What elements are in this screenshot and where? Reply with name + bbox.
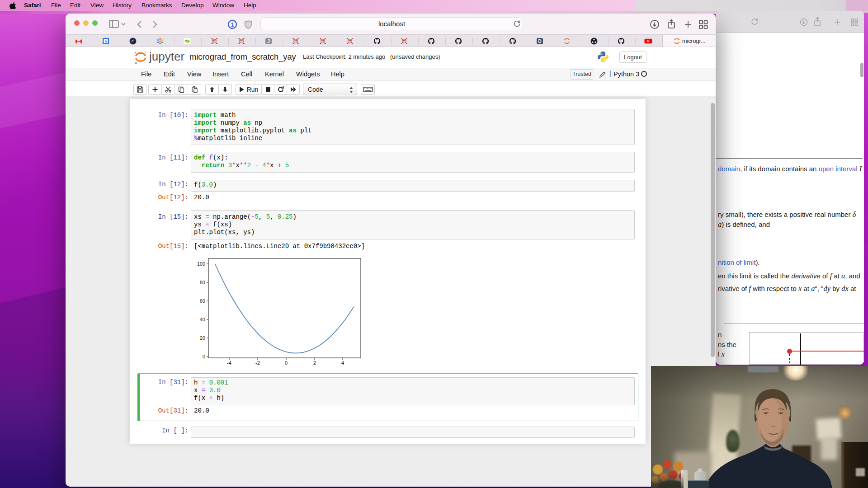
svg-text:40: 40 (200, 317, 205, 322)
svg-text:-2: -2 (255, 360, 260, 366)
svg-text:J: J (267, 39, 270, 44)
svg-text:1: 1 (231, 22, 234, 28)
svg-text:20: 20 (200, 335, 205, 341)
svg-text:80: 80 (200, 280, 205, 285)
svg-text:-4: -4 (227, 360, 231, 366)
svg-text:0: 0 (203, 354, 205, 359)
svg-text:D: D (538, 39, 541, 44)
svg-text:60: 60 (200, 298, 205, 304)
svg-text:100: 100 (197, 261, 205, 267)
svg-text:2: 2 (313, 360, 316, 366)
svg-text:5: 5 (105, 39, 107, 43)
svg-text:4: 4 (341, 360, 344, 366)
svg-text:0: 0 (285, 360, 288, 366)
